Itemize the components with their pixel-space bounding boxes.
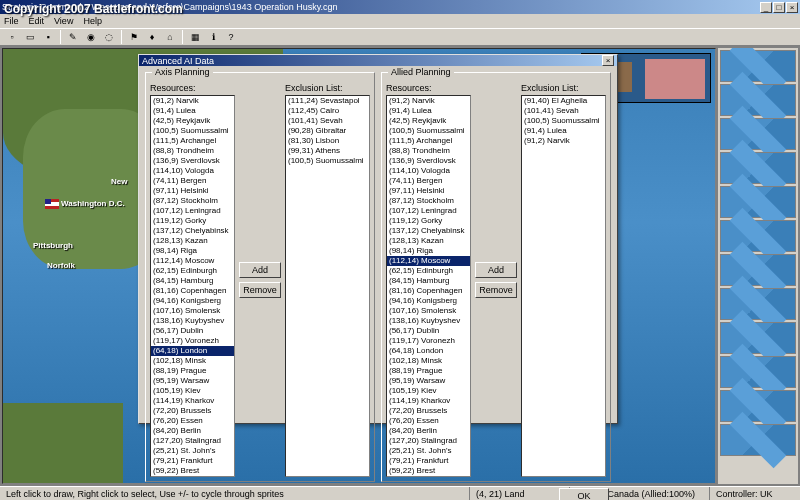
list-item[interactable]: (100,5) Suomussalmi [286, 156, 369, 166]
menubar[interactable]: File Edit View Help [0, 14, 800, 28]
tool-new-icon[interactable]: ▫ [4, 29, 20, 45]
list-item[interactable]: (136,9) Sverdlovsk [151, 156, 234, 166]
menu-file[interactable]: File [4, 16, 19, 26]
list-item[interactable]: (64,18) London [151, 346, 234, 356]
axis-add-button[interactable]: Add [239, 262, 281, 278]
list-item[interactable]: (95,19) Warsaw [387, 376, 470, 386]
tile-swatch[interactable] [720, 288, 796, 320]
tile-swatch[interactable] [720, 254, 796, 286]
list-item[interactable]: (128,13) Kazan [151, 236, 234, 246]
list-item[interactable]: (76,20) Essen [387, 416, 470, 426]
tile-swatch[interactable] [720, 50, 796, 82]
list-item[interactable]: (84,20) Berlin [151, 426, 234, 436]
list-item[interactable]: (74,11) Bergen [387, 176, 470, 186]
maximize-button[interactable]: □ [773, 2, 785, 13]
list-item[interactable]: (91,4) Lulea [151, 106, 234, 116]
list-item[interactable]: (84,15) Hamburg [151, 276, 234, 286]
tool-grid-icon[interactable]: ▦ [187, 29, 203, 45]
list-item[interactable]: (111,24) Sevastapol [286, 96, 369, 106]
tile-swatch[interactable] [720, 84, 796, 116]
list-item[interactable]: (25,21) St. John's [151, 446, 234, 456]
list-item[interactable]: (97,11) Helsinki [387, 186, 470, 196]
list-item[interactable]: (59,22) Brest [387, 466, 470, 476]
tool-erase-icon[interactable]: ◌ [101, 29, 117, 45]
tool-save-icon[interactable]: ▪ [40, 29, 56, 45]
list-item[interactable]: (42,5) Reykjavik [151, 116, 234, 126]
allied-add-button[interactable]: Add [475, 262, 517, 278]
list-item[interactable]: (84,20) Berlin [387, 426, 470, 436]
list-item[interactable]: (112,14) Moscow [387, 256, 470, 266]
minimize-button[interactable]: _ [760, 2, 772, 13]
list-item[interactable]: (62,15) Edinburgh [387, 266, 470, 276]
tool-info-icon[interactable]: ℹ [205, 29, 221, 45]
list-item[interactable]: (114,10) Vologda [151, 166, 234, 176]
list-item[interactable]: (111,5) Archangel [151, 136, 234, 146]
list-item[interactable]: (72,20) Brussels [387, 406, 470, 416]
list-item[interactable]: (102,18) Minsk [151, 356, 234, 366]
list-item[interactable]: (111,5) Archangel [387, 136, 470, 146]
list-item[interactable]: (76,20) Essen [151, 416, 234, 426]
list-item[interactable]: (127,20) Stalingrad [151, 436, 234, 446]
ok-button[interactable]: OK [559, 488, 609, 500]
list-item[interactable]: (100,5) Suomussalmi [522, 116, 605, 126]
tile-swatch[interactable] [720, 356, 796, 388]
menu-edit[interactable]: Edit [29, 16, 45, 26]
list-item[interactable]: (114,10) Vologda [387, 166, 470, 176]
tool-help-icon[interactable]: ? [223, 29, 239, 45]
list-item[interactable]: (88,8) Trondheim [387, 146, 470, 156]
list-item[interactable]: (119,17) Voronezh [387, 336, 470, 346]
close-button[interactable]: × [786, 2, 798, 13]
list-item[interactable]: (114,19) Kharkov [151, 396, 234, 406]
list-item[interactable]: (62,15) Edinburgh [151, 266, 234, 276]
list-item[interactable]: (91,40) El Agheila [522, 96, 605, 106]
list-item[interactable]: (137,12) Chelyabinsk [151, 226, 234, 236]
list-item[interactable]: (99,31) Athens [286, 146, 369, 156]
list-item[interactable]: (81,16) Copenhagen [387, 286, 470, 296]
list-item[interactable]: (101,41) Sevah [286, 116, 369, 126]
list-item[interactable]: (107,16) Smolensk [151, 306, 234, 316]
tool-flag-icon[interactable]: ⚑ [126, 29, 142, 45]
list-item[interactable]: (107,12) Leningrad [387, 206, 470, 216]
list-item[interactable]: (88,19) Prague [151, 366, 234, 376]
tool-fill-icon[interactable]: ◉ [83, 29, 99, 45]
list-item[interactable]: (112,14) Moscow [151, 256, 234, 266]
list-item[interactable]: (105,19) Kiev [151, 386, 234, 396]
list-item[interactable]: (42,5) Reykjavik [387, 116, 470, 126]
list-item[interactable]: (95,19) Warsaw [151, 376, 234, 386]
list-item[interactable]: (64,18) London [387, 346, 470, 356]
list-item[interactable]: (59,22) Brest [151, 466, 234, 476]
dialog-close-button[interactable]: × [602, 55, 614, 66]
list-item[interactable]: (94,16) Konigsberg [151, 296, 234, 306]
allied-remove-button[interactable]: Remove [475, 282, 517, 298]
list-item[interactable]: (91,4) Lulea [522, 126, 605, 136]
list-item[interactable]: (101,41) Sevah [522, 106, 605, 116]
menu-help[interactable]: Help [83, 16, 102, 26]
dialog-title-bar[interactable]: Advanced AI Data × [139, 55, 617, 66]
list-item[interactable]: (119,12) Gorky [151, 216, 234, 226]
tile-swatch[interactable] [720, 322, 796, 354]
tile-swatch[interactable] [720, 220, 796, 252]
list-item[interactable]: (100,5) Suomussalmi [151, 126, 234, 136]
list-item[interactable]: (100,5) Suomussalmi [387, 126, 470, 136]
list-item[interactable]: (98,14) Riga [387, 246, 470, 256]
list-item[interactable]: (56,17) Dublin [151, 326, 234, 336]
list-item[interactable]: (107,16) Smolensk [387, 306, 470, 316]
list-item[interactable]: (81,30) Lisbon [286, 136, 369, 146]
list-item[interactable]: (25,21) St. John's [387, 446, 470, 456]
list-item[interactable]: (91,2) Narvik [522, 136, 605, 146]
list-item[interactable]: (79,21) Frankfurt [151, 456, 234, 466]
list-item[interactable]: (56,17) Dublin [387, 326, 470, 336]
list-item[interactable]: (98,14) Riga [151, 246, 234, 256]
tool-open-icon[interactable]: ▭ [22, 29, 38, 45]
list-item[interactable]: (91,4) Lulea [387, 106, 470, 116]
list-item[interactable]: (112,45) Cairo [286, 106, 369, 116]
list-item[interactable]: (114,19) Kharkov [387, 396, 470, 406]
list-item[interactable]: (138,16) Kuybyshev [151, 316, 234, 326]
list-item[interactable]: (87,12) Stockholm [151, 196, 234, 206]
list-item[interactable]: (119,12) Gorky [387, 216, 470, 226]
list-item[interactable]: (127,20) Stalingrad [387, 436, 470, 446]
axis-exclusion-listbox[interactable]: (111,24) Sevastapol(112,45) Cairo(101,41… [285, 95, 370, 477]
list-item[interactable]: (105,19) Kiev [387, 386, 470, 396]
list-item[interactable]: (87,12) Stockholm [387, 196, 470, 206]
list-item[interactable]: (138,16) Kuybyshev [387, 316, 470, 326]
